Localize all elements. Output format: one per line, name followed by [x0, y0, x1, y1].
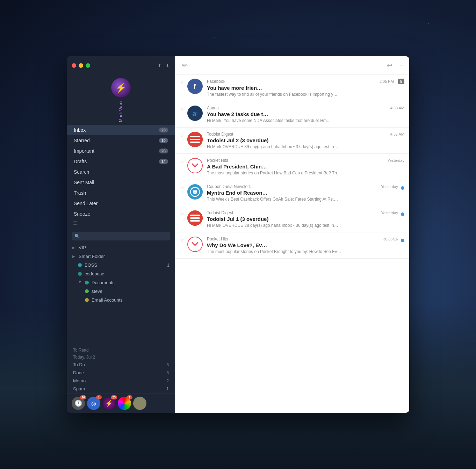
email-preview-asana: Hi Mark, You have some NDA Associates ta…	[207, 118, 404, 123]
email-sender-asana: Asana	[207, 106, 219, 110]
email-subject-pocket2: Why Do We Love?, Ev…	[207, 242, 398, 248]
email-sender-todoist1: Todoist Digest	[207, 132, 233, 137]
nav-label-sendlater: Send Later	[74, 201, 98, 206]
email-sender-coupondunia: CouponDunia Newslett…	[207, 184, 254, 189]
nav-label-trash: Trash	[74, 190, 86, 196]
account-avatar-2[interactable]: ◎ 1	[87, 397, 100, 410]
email-preview-pocket1: The most popular stories on Pocket How B…	[207, 171, 404, 175]
search-input[interactable]	[72, 232, 170, 240]
email-subject-coupondunia: Myntra End of Reason…	[207, 190, 398, 196]
import-button[interactable]: ⬇	[165, 62, 170, 69]
chevron-right-icon: ▶	[72, 246, 77, 250]
email-item-pocket1[interactable]: ☆ Pocket Hits Yesterday A Bad President,…	[175, 154, 409, 180]
account-avatar-1[interactable]: 🕐 26	[72, 397, 85, 410]
close-button[interactable]	[72, 63, 76, 68]
svg-rect-3	[190, 139, 200, 140]
minimize-button[interactable]	[79, 63, 83, 68]
folder-boss[interactable]: BOSS 1	[67, 261, 175, 269]
star-icon[interactable]: ☆	[180, 185, 185, 190]
account-name: Mark Work	[118, 100, 123, 122]
email-avatar-asana: a:	[187, 106, 203, 121]
avatar[interactable]: ⚡	[111, 78, 131, 98]
nav-list: Inbox 23 Starred 10 Important 26 Drafts …	[67, 125, 175, 219]
star-icon[interactable]: ☆	[180, 106, 185, 112]
email-avatar-todoist2	[187, 210, 203, 226]
email-item-asana[interactable]: ☆ a: Asana 4:58 AM You have 2 tasks due …	[175, 101, 409, 128]
email-item-todoist1[interactable]: ☆ Todoist Digest 4:37 AM Todoist Jul 2 (…	[175, 128, 409, 154]
nav-item-starred[interactable]: Starred 10	[67, 135, 175, 146]
account-avatar-4[interactable]: 2	[118, 397, 131, 410]
email-subject-todoist1: Todoist Jul 2 (3 overdue)	[207, 137, 404, 143]
maximize-button[interactable]	[86, 63, 90, 68]
nav-badge-inbox: 23	[159, 128, 168, 132]
chevron-down-icon: ▶	[78, 281, 82, 285]
email-content-pocket2: Pocket Hits 30/06/16 Why Do We Love?, Ev…	[207, 237, 398, 254]
compose-button[interactable]: ✏	[181, 60, 189, 71]
star-icon[interactable]: ☆	[180, 79, 185, 85]
section-labels: To Read Today, Jul 2 To Do 3 Done 3 Memo…	[67, 345, 175, 394]
star-icon[interactable]: ☆	[180, 132, 185, 138]
star-icon[interactable]: ☆	[180, 159, 185, 164]
titlebar: ⬆ ⬇	[67, 56, 175, 74]
folder-smart[interactable]: ▶ Smart Folder	[67, 252, 175, 261]
folder-documents[interactable]: ▶ Documents	[67, 278, 175, 287]
nav-item-sent[interactable]: Sent Mail	[67, 177, 175, 188]
folder-dot-codebase	[78, 272, 82, 276]
account-icon-1: 🕐	[74, 399, 82, 407]
unread-dot-coupondunia	[401, 186, 404, 190]
folder-codebase[interactable]: codebase	[67, 269, 175, 278]
section-spam[interactable]: Spam 1	[73, 385, 169, 393]
svg-rect-10	[190, 220, 200, 222]
reply-button[interactable]: ↩	[387, 61, 392, 70]
account-badge-2: 1	[96, 395, 102, 399]
sidebar-search-area: 🔍	[67, 229, 175, 243]
star-icon[interactable]: ☆	[180, 211, 185, 217]
nav-item-drafts[interactable]: Drafts 14	[67, 156, 175, 167]
email-item-coupondunia[interactable]: ☆ CouponDunia Newslett… Yesterday Myntra…	[175, 180, 409, 206]
nav-item-search[interactable]: Search	[67, 167, 175, 177]
star-icon[interactable]: ☆	[180, 237, 185, 243]
folder-label-codebase: codebase	[85, 271, 104, 276]
section-label-todo: To Do	[73, 362, 85, 367]
section-todo[interactable]: To Do 3	[73, 361, 169, 369]
email-time-todoist2: Yesterday	[381, 211, 398, 215]
unread-dot-pocket2	[401, 239, 404, 242]
folder-label-steve: steve	[92, 289, 102, 294]
folder-label-smart: Smart Folder	[79, 254, 105, 259]
export-button[interactable]: ⬆	[157, 62, 162, 69]
email-avatar-pocket2	[187, 237, 203, 252]
nav-item-snooze[interactable]: Snooze	[67, 209, 175, 219]
nav-item-important[interactable]: Important 26	[67, 146, 175, 156]
email-item-todoist2[interactable]: ☆ Todoist Digest Yesterday Todoist Jul 1…	[175, 206, 409, 232]
account-avatar-5[interactable]	[133, 397, 146, 410]
email-sender-pocket1: Pocket Hits	[207, 158, 228, 163]
nav-label-drafts: Drafts	[74, 159, 87, 164]
section-done[interactable]: Done 3	[73, 369, 169, 377]
folder-steve[interactable]: steve	[67, 287, 175, 296]
section-badge-spam: 1	[166, 387, 169, 391]
nav-item-inbox[interactable]: Inbox 23	[67, 125, 175, 135]
folder-label-email-accounts: Email Accounts	[92, 297, 123, 303]
section-label-spam: Spam	[73, 386, 85, 391]
email-preview-coupondunia: This Week's Best Cashback Offers GoAir S…	[207, 197, 398, 202]
email-time-facebook: 2:05 PM	[380, 79, 394, 84]
account-avatar-3[interactable]: ⚡ 23	[102, 397, 116, 410]
folder-label-boss: BOSS	[85, 262, 97, 268]
email-subject-facebook: You have more frien…	[207, 85, 404, 91]
folder-label-vip: VIP	[79, 245, 86, 250]
account-icon-2: ◎	[91, 400, 96, 407]
email-preview-facebook: The fastest way to find all of your frie…	[207, 92, 404, 97]
svg-point-6	[194, 191, 196, 193]
section-memo[interactable]: Memo 2	[73, 377, 169, 385]
svg-rect-9	[190, 217, 200, 219]
email-item-pocket2[interactable]: ☆ Pocket Hits 30/06/16 Why Do We Love?, …	[175, 232, 409, 259]
nav-item-sendlater[interactable]: Send Later	[67, 198, 175, 209]
bottom-accounts: 🕐 26 ◎ 1 ⚡ 23 2	[67, 394, 175, 413]
folder-vip[interactable]: ▶ VIP	[67, 243, 175, 252]
email-list: ☆ Facebook 2:05 PM 5 You have more frien…	[175, 74, 409, 413]
email-time-todoist1: 4:37 AM	[390, 132, 404, 136]
more-button[interactable]: ···	[397, 63, 404, 68]
nav-item-trash[interactable]: Trash	[67, 188, 175, 198]
email-item-facebook[interactable]: ☆ Facebook 2:05 PM 5 You have more frien…	[175, 74, 409, 101]
folder-email-accounts[interactable]: Email Accounts	[67, 296, 175, 304]
